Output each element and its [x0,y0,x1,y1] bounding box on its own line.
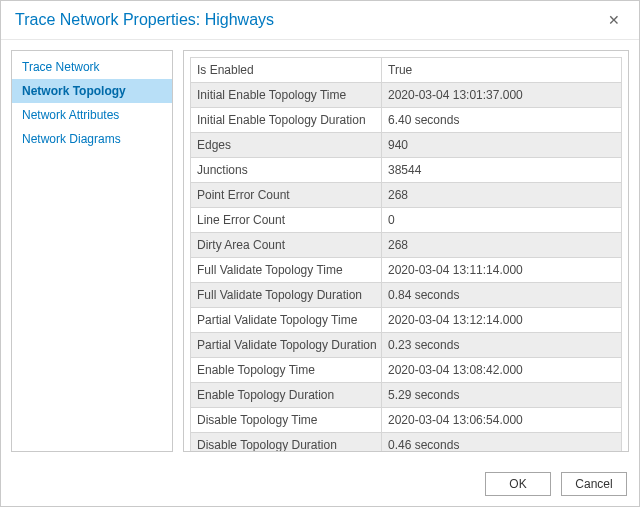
property-value: 5.29 seconds [382,383,622,408]
titlebar: Trace Network Properties: Highways ✕ [1,1,639,40]
dialog-title: Trace Network Properties: Highways [15,11,599,29]
property-label: Full Validate Topology Time [191,258,382,283]
property-value: 940 [382,133,622,158]
property-value: 0.46 seconds [382,433,622,453]
properties-panel: Is EnabledTrueInitial Enable Topology Ti… [183,50,629,452]
property-label: Point Error Count [191,183,382,208]
property-label: Dirty Area Count [191,233,382,258]
property-label: Enable Topology Duration [191,383,382,408]
sidebar: Trace NetworkNetwork TopologyNetwork Att… [11,50,173,452]
table-row: Disable Topology Duration0.46 seconds [191,433,622,453]
property-value: 6.40 seconds [382,108,622,133]
property-value: 0 [382,208,622,233]
property-label: Is Enabled [191,58,382,83]
dialog-footer: OK Cancel [1,462,639,506]
table-row: Junctions38544 [191,158,622,183]
sidebar-item[interactable]: Network Attributes [12,103,172,127]
ok-button[interactable]: OK [485,472,551,496]
property-value: 2020-03-04 13:06:54.000 [382,408,622,433]
property-value: 2020-03-04 13:12:14.000 [382,308,622,333]
table-row: Enable Topology Duration5.29 seconds [191,383,622,408]
property-value: 2020-03-04 13:08:42.000 [382,358,622,383]
table-row: Full Validate Topology Duration0.84 seco… [191,283,622,308]
table-row: Partial Validate Topology Duration0.23 s… [191,333,622,358]
property-label: Edges [191,133,382,158]
sidebar-item[interactable]: Network Diagrams [12,127,172,151]
property-label: Initial Enable Topology Time [191,83,382,108]
table-row: Is EnabledTrue [191,58,622,83]
dialog-body: Trace NetworkNetwork TopologyNetwork Att… [1,40,639,462]
properties-table: Is EnabledTrueInitial Enable Topology Ti… [190,57,622,452]
property-value: 0.23 seconds [382,333,622,358]
table-row: Edges940 [191,133,622,158]
property-value: 268 [382,183,622,208]
table-row: Full Validate Topology Time2020-03-04 13… [191,258,622,283]
property-value: 0.84 seconds [382,283,622,308]
table-row: Disable Topology Time2020-03-04 13:06:54… [191,408,622,433]
property-value: True [382,58,622,83]
property-label: Junctions [191,158,382,183]
table-row: Initial Enable Topology Duration6.40 sec… [191,108,622,133]
table-row: Initial Enable Topology Time2020-03-04 1… [191,83,622,108]
property-label: Full Validate Topology Duration [191,283,382,308]
property-value: 268 [382,233,622,258]
table-row: Enable Topology Time2020-03-04 13:08:42.… [191,358,622,383]
property-label: Disable Topology Time [191,408,382,433]
property-label: Partial Validate Topology Time [191,308,382,333]
table-row: Line Error Count0 [191,208,622,233]
sidebar-item[interactable]: Network Topology [12,79,172,103]
property-value: 38544 [382,158,622,183]
table-row: Point Error Count268 [191,183,622,208]
property-value: 2020-03-04 13:01:37.000 [382,83,622,108]
property-label: Disable Topology Duration [191,433,382,453]
cancel-button[interactable]: Cancel [561,472,627,496]
property-label: Initial Enable Topology Duration [191,108,382,133]
property-label: Enable Topology Time [191,358,382,383]
property-value: 2020-03-04 13:11:14.000 [382,258,622,283]
sidebar-item[interactable]: Trace Network [12,55,172,79]
table-row: Partial Validate Topology Time2020-03-04… [191,308,622,333]
close-icon[interactable]: ✕ [599,12,629,28]
table-row: Dirty Area Count268 [191,233,622,258]
dialog-window: Trace Network Properties: Highways ✕ Tra… [0,0,640,507]
property-label: Line Error Count [191,208,382,233]
property-label: Partial Validate Topology Duration [191,333,382,358]
